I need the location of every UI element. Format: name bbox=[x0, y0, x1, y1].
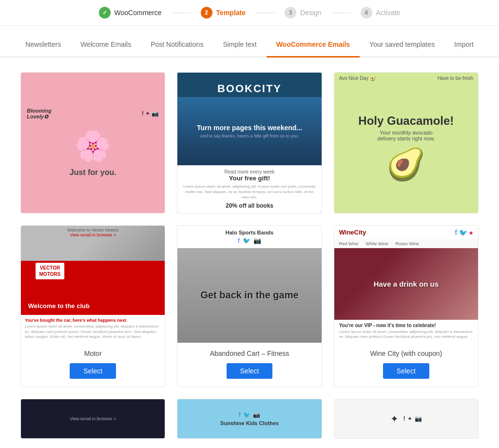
template-info-fitness: Abandoned Cart – Fitness Select bbox=[177, 343, 321, 387]
kids-brand: Sunshine Kids Clothes bbox=[220, 420, 279, 426]
wine-white: White Wine bbox=[365, 241, 388, 246]
select-button-motor[interactable]: Select bbox=[70, 363, 116, 379]
wine-brand: WineCity bbox=[339, 229, 366, 236]
book-offer: Read more every week Your free gift! Lor… bbox=[177, 165, 321, 213]
flowers-social-icons: f ✦ 📷 bbox=[142, 110, 159, 117]
template-grid: BloomingLovely✿ f ✦ 📷 🌸 Just for you. Fl… bbox=[11, 72, 488, 448]
template-preview-motor[interactable]: Welcome to Vector MotorsView email in br… bbox=[21, 226, 165, 343]
tab-import[interactable]: Import bbox=[444, 36, 483, 58]
step-woocommerce-num: ✓ bbox=[99, 7, 111, 19]
step-woocommerce[interactable]: ✓ WooCommerce bbox=[89, 7, 172, 19]
fitness-tw-icon: 🐦 bbox=[243, 237, 250, 244]
motor-inner: Welcome to Vector MotorsView email in br… bbox=[21, 226, 165, 343]
template-card-avocado: Avo Nice Day 🥑 Have to be fresh Holy Gua… bbox=[334, 72, 479, 214]
template-card-light: ✦ f ✦ 📷 bbox=[334, 399, 479, 439]
wine-rose: Rosso Wine bbox=[395, 241, 419, 246]
stepper: ✓ WooCommerce 2 Template 3 Design 4 Acti… bbox=[0, 0, 499, 26]
kids-ig: 📷 bbox=[253, 411, 260, 418]
template-info-avocado: Avocado Select bbox=[334, 213, 478, 214]
dark-inner: View email in browser » bbox=[21, 399, 165, 438]
wine-ig-icon: ● bbox=[469, 229, 473, 236]
wine-categories: Red Wine White Wine Rosso Wine bbox=[334, 239, 478, 248]
step-template[interactable]: 2 Template bbox=[191, 7, 255, 19]
template-card-wine: WineCity f 🐦 ● Red Wine White Wine Rosso… bbox=[334, 225, 479, 387]
template-card-book: BOOKCITY Turn more pages this weekend...… bbox=[177, 72, 322, 214]
wine-headline: Have a drink on us bbox=[374, 280, 439, 288]
flowers-image: 🌸 bbox=[75, 129, 111, 163]
wine-inner: WineCity f 🐦 ● Red Wine White Wine Rosso… bbox=[334, 226, 478, 343]
select-button-fitness[interactable]: Select bbox=[227, 363, 273, 379]
step-design[interactable]: 3 Design bbox=[275, 7, 331, 19]
tab-newsletters[interactable]: Newsletters bbox=[16, 36, 71, 58]
select-button-wine[interactable]: Select bbox=[383, 363, 429, 379]
step-template-num: 2 bbox=[201, 7, 212, 19]
template-preview-fitness[interactable]: Halo Sports Bands f 🐦 📷 Get back in the … bbox=[177, 226, 321, 343]
wine-social: f 🐦 ● bbox=[455, 229, 473, 236]
template-info-wine: Wine City (with coupon) Select bbox=[334, 343, 478, 387]
template-name-motor: Motor bbox=[26, 350, 160, 357]
light-fb: f bbox=[403, 415, 405, 422]
template-name-wine: Wine City (with coupon) bbox=[339, 350, 473, 357]
avocado-brand: Avo Nice Day 🥑 bbox=[339, 76, 376, 81]
avocado-emoji: 🥑 bbox=[386, 146, 425, 183]
flowers-logo: BloomingLovely✿ bbox=[27, 108, 52, 120]
book-hero-text: Turn more pages this weekend... And to s… bbox=[197, 124, 302, 138]
template-info-flowers: Flowers (with coupon) Select bbox=[21, 213, 165, 214]
fitness-fb-icon: f bbox=[238, 237, 240, 244]
avocado-headline: Holy Guacamole! bbox=[358, 114, 454, 128]
motor-welcome-text: Welcome to the club bbox=[28, 302, 158, 310]
wine-header: WineCity f 🐦 ● bbox=[334, 226, 478, 239]
book-inner: BOOKCITY Turn more pages this weekend...… bbox=[177, 73, 321, 213]
step-activate-num: 4 bbox=[361, 7, 372, 19]
template-preview-light[interactable]: ✦ f ✦ 📷 bbox=[334, 399, 478, 438]
motor-cta-text: You've bought the car, here's what happe… bbox=[25, 318, 161, 323]
fitness-headline: Get back in the game bbox=[200, 290, 298, 301]
light-icon: ✦ bbox=[390, 413, 399, 425]
tab-post-notifications[interactable]: Post Notifications bbox=[141, 36, 213, 58]
motor-logo: VECTORMOTORS bbox=[36, 263, 65, 279]
template-card-dark: View email in browser » bbox=[20, 399, 165, 439]
kids-tw: 🐦 bbox=[243, 411, 250, 418]
motor-body-section: You've bought the car, here's what happe… bbox=[21, 315, 165, 342]
stepper-divider-2 bbox=[255, 13, 275, 13]
template-preview-wine[interactable]: WineCity f 🐦 ● Red Wine White Wine Rosso… bbox=[334, 226, 478, 343]
avocado-sub: Your monthly avocadodelivery starts righ… bbox=[377, 130, 435, 141]
fitness-inner: Halo Sports Bands f 🐦 📷 Get back in the … bbox=[177, 226, 321, 343]
tab-navigation: Newsletters Welcome Emails Post Notifica… bbox=[0, 26, 499, 58]
step-design-label: Design bbox=[300, 9, 322, 17]
fitness-social: f 🐦 📷 bbox=[181, 237, 317, 244]
tab-simple-text[interactable]: Simple text bbox=[213, 36, 266, 58]
kids-inner: f 🐦 📷 Sunshine Kids Clothes bbox=[177, 399, 321, 438]
motor-header-text: Welcome to Vector MotorsView email in br… bbox=[21, 226, 165, 239]
wine-hero: Have a drink on us bbox=[334, 248, 478, 320]
kids-social: f 🐦 📷 bbox=[239, 411, 260, 418]
fitness-hero-content: Get back in the game bbox=[200, 290, 298, 301]
light-tw: ✦ bbox=[407, 415, 412, 422]
wine-vip-text: You're our VIP - now it's time to celebr… bbox=[339, 323, 473, 328]
template-card-motor: Welcome to Vector MotorsView email in br… bbox=[20, 225, 165, 387]
template-card-fitness: Halo Sports Bands f 🐦 📷 Get back in the … bbox=[177, 225, 322, 387]
tab-woocommerce-emails[interactable]: WooCommerce Emails bbox=[267, 36, 360, 58]
template-preview-kids[interactable]: f 🐦 📷 Sunshine Kids Clothes bbox=[177, 399, 321, 438]
avocado-body: Holy Guacamole! Your monthly avocadodeli… bbox=[334, 84, 478, 213]
template-info-motor: Motor Select bbox=[21, 343, 165, 387]
book-hero: Turn more pages this weekend... And to s… bbox=[177, 97, 321, 165]
wine-red: Red Wine bbox=[339, 241, 359, 246]
avocado-inner: Avo Nice Day 🥑 Have to be fresh Holy Gua… bbox=[334, 73, 478, 213]
template-preview-book[interactable]: BOOKCITY Turn more pages this weekend...… bbox=[177, 73, 321, 213]
avocado-tagline: Have to be fresh bbox=[438, 76, 473, 81]
dark-text: View email in browser » bbox=[70, 416, 116, 421]
flowers-text: Just for you. bbox=[65, 163, 121, 182]
wine-body-text: Lorem ipsum dolor sit amet, consectetur … bbox=[339, 330, 473, 340]
template-preview-flowers[interactable]: BloomingLovely✿ f ✦ 📷 🌸 Just for you. bbox=[21, 73, 165, 213]
stepper-divider-1 bbox=[172, 13, 191, 13]
step-activate-label: Activate bbox=[376, 9, 401, 17]
step-woocommerce-label: WooCommerce bbox=[115, 9, 162, 17]
step-activate[interactable]: 4 Activate bbox=[351, 7, 410, 19]
tab-welcome-emails[interactable]: Welcome Emails bbox=[71, 36, 141, 58]
template-preview-dark[interactable]: View email in browser » bbox=[21, 399, 165, 438]
template-preview-avocado[interactable]: Avo Nice Day 🥑 Have to be fresh Holy Gua… bbox=[334, 73, 478, 213]
tab-saved-templates[interactable]: Your saved templates bbox=[360, 36, 444, 58]
template-card-flowers: BloomingLovely✿ f ✦ 📷 🌸 Just for you. Fl… bbox=[20, 72, 165, 214]
fitness-ig-icon: 📷 bbox=[253, 237, 261, 244]
